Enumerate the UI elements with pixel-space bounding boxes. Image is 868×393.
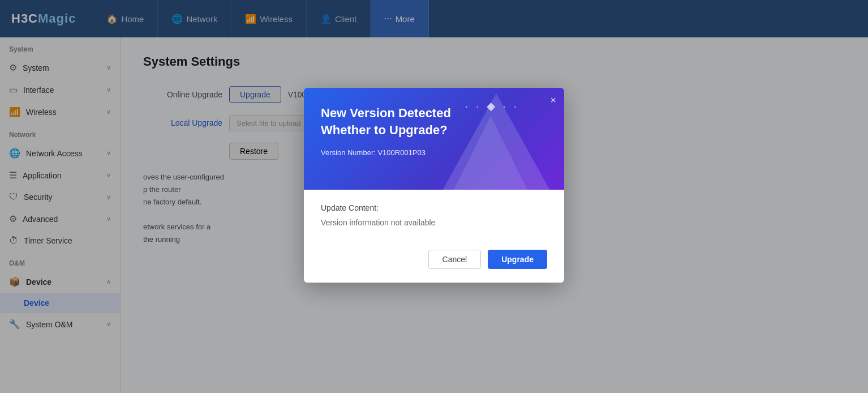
modal-header: · · ◆ · · × New Version Detected Whether… xyxy=(304,88,564,190)
modal-overlay: · · ◆ · · × New Version Detected Whether… xyxy=(0,0,868,393)
modal-title: New Version Detected Whether to Upgrade? xyxy=(321,105,547,138)
modal-close-button[interactable]: × xyxy=(550,95,556,106)
update-content-label: Update Content: xyxy=(321,203,547,212)
upgrade-button[interactable]: Upgrade xyxy=(488,250,547,269)
modal-footer: Cancel Upgrade xyxy=(304,241,564,283)
update-content-text: Version information not available xyxy=(321,218,547,227)
cancel-button[interactable]: Cancel xyxy=(428,250,482,269)
upgrade-modal: · · ◆ · · × New Version Detected Whether… xyxy=(304,88,564,283)
modal-body: Update Content: Version information not … xyxy=(304,190,564,241)
modal-version-label: Version Number: V100R001P03 xyxy=(321,148,547,157)
